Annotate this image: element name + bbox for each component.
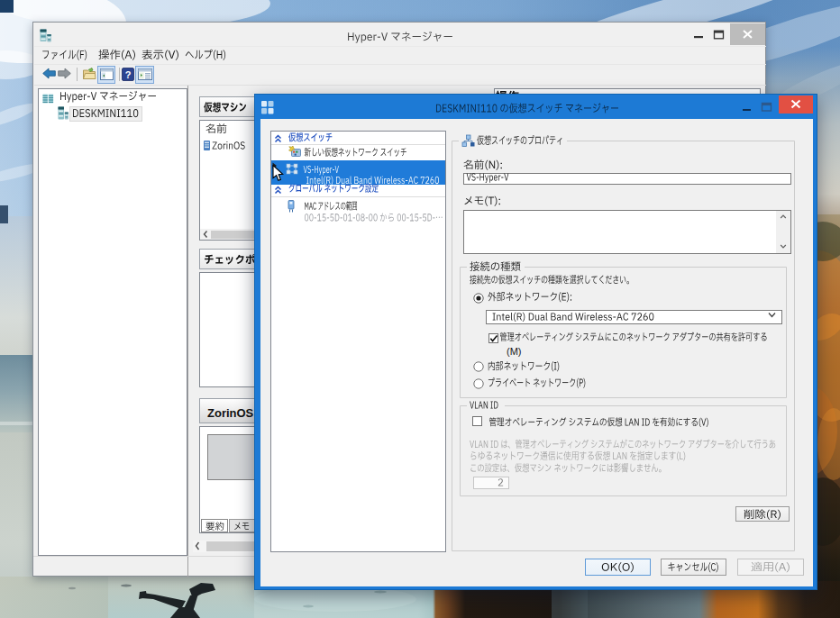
svg-text:?: ? [125, 69, 132, 80]
